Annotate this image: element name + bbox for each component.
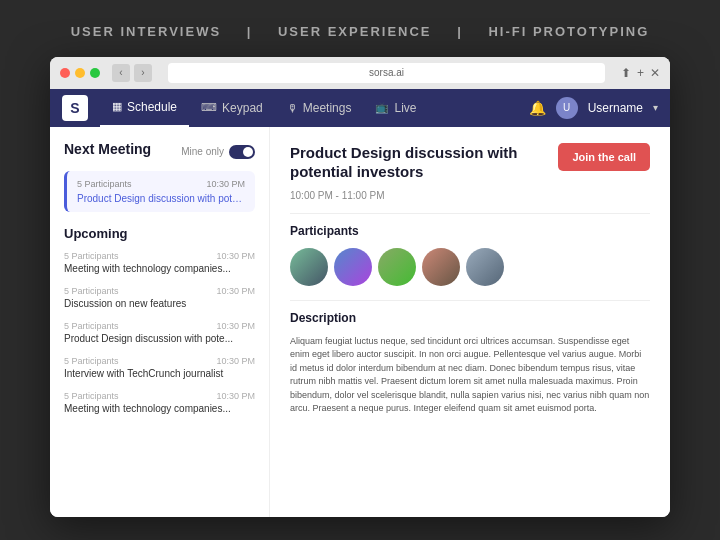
avatar: U <box>556 97 578 119</box>
main-header: Product Design discussion with potential… <box>290 143 650 182</box>
next-meeting-time: 10:30 PM <box>206 179 245 189</box>
up-time-1: 10:30 PM <box>216 286 255 296</box>
app-navbar: S ▦ Schedule ⌨ Keypad 🎙 Meetings 📺 Live … <box>50 89 670 127</box>
forward-button[interactable]: › <box>134 64 152 82</box>
up-name-0: Meeting with technology companies... <box>64 263 255 274</box>
meeting-title: Product Design discussion with potential… <box>290 143 530 182</box>
list-item[interactable]: 5 Participants 10:30 PM Meeting with tec… <box>64 251 255 274</box>
participant-avatar-1 <box>290 248 328 286</box>
up-time-4: 10:30 PM <box>216 391 255 401</box>
list-item[interactable]: 5 Participants 10:30 PM Product Design d… <box>64 321 255 344</box>
browser-controls: ‹ › <box>112 64 152 82</box>
participants-row <box>290 248 650 286</box>
join-call-button[interactable]: Join the call <box>558 143 650 171</box>
up-name-2: Product Design discussion with pote... <box>64 333 255 344</box>
up-participants-4: 5 Participants <box>64 391 119 401</box>
meetings-icon: 🎙 <box>287 102 298 114</box>
up-time-3: 10:30 PM <box>216 356 255 366</box>
divider <box>290 213 650 214</box>
up-participants-0: 5 Participants <box>64 251 119 261</box>
up-name-3: Interview with TechCrunch journalist <box>64 368 255 379</box>
heading-part1: USER INTERVIEWS <box>71 24 221 39</box>
time-range: 10:00 PM - 11:00 PM <box>290 190 650 201</box>
nav-meetings[interactable]: 🎙 Meetings <box>275 89 364 127</box>
chevron-down-icon[interactable]: ▾ <box>653 102 658 113</box>
description-label: Description <box>290 311 650 325</box>
next-meeting-participants: 5 Participants <box>77 179 132 189</box>
minimize-dot[interactable] <box>75 68 85 78</box>
nav-right: 🔔 U Username ▾ <box>529 97 658 119</box>
back-button[interactable]: ‹ <box>112 64 130 82</box>
browser-chrome: ‹ › sorsa.ai ⬆ + ✕ <box>50 57 670 89</box>
mine-only-row: Next Meeting Mine only <box>64 141 255 163</box>
close-tab-icon[interactable]: ✕ <box>650 66 660 80</box>
url-text: sorsa.ai <box>369 67 404 78</box>
mine-only-toggle[interactable] <box>229 145 255 159</box>
nav-schedule-label: Schedule <box>127 100 177 114</box>
participant-avatar-5 <box>466 248 504 286</box>
heading-sep2: | <box>457 24 463 39</box>
up-participants-2: 5 Participants <box>64 321 119 331</box>
up-name-1: Discussion on new features <box>64 298 255 309</box>
up-time-0: 10:30 PM <box>216 251 255 261</box>
nav-keypad-label: Keypad <box>222 101 263 115</box>
live-icon: 📺 <box>375 101 389 114</box>
nav-schedule[interactable]: ▦ Schedule <box>100 89 189 127</box>
schedule-icon: ▦ <box>112 100 122 113</box>
add-tab-icon[interactable]: + <box>637 66 644 80</box>
nav-live[interactable]: 📺 Live <box>363 89 428 127</box>
list-item[interactable]: 5 Participants 10:30 PM Interview with T… <box>64 356 255 379</box>
divider-2 <box>290 300 650 301</box>
username-label: Username <box>588 101 643 115</box>
keypad-icon: ⌨ <box>201 101 217 114</box>
maximize-dot[interactable] <box>90 68 100 78</box>
sidebar: Next Meeting Mine only 5 Participants 10… <box>50 127 270 517</box>
heading-part3: HI-FI PROTOTYPING <box>488 24 649 39</box>
nav-live-label: Live <box>394 101 416 115</box>
participants-label: Participants <box>290 224 650 238</box>
heading-part2: USER EXPERIENCE <box>278 24 432 39</box>
app-body: Next Meeting Mine only 5 Participants 10… <box>50 127 670 517</box>
up-name-4: Meeting with technology companies... <box>64 403 255 414</box>
close-dot[interactable] <box>60 68 70 78</box>
list-item[interactable]: 5 Participants 10:30 PM Discussion on ne… <box>64 286 255 309</box>
list-item[interactable]: 5 Participants 10:30 PM Meeting with tec… <box>64 391 255 414</box>
traffic-lights <box>60 68 100 78</box>
next-meeting-meta: 5 Participants 10:30 PM <box>77 179 245 189</box>
nav-items: ▦ Schedule ⌨ Keypad 🎙 Meetings 📺 Live <box>100 89 529 127</box>
next-meeting-title: Next Meeting <box>64 141 151 157</box>
heading-sep1: | <box>247 24 253 39</box>
app-logo: S <box>62 95 88 121</box>
browser-actions: ⬆ + ✕ <box>621 66 660 80</box>
description-text: Aliquam feugiat luctus neque, sed tincid… <box>290 335 650 416</box>
participant-avatar-3 <box>378 248 416 286</box>
nav-keypad[interactable]: ⌨ Keypad <box>189 89 275 127</box>
upcoming-title: Upcoming <box>64 226 255 241</box>
notification-bell-icon[interactable]: 🔔 <box>529 100 546 116</box>
mine-only-label: Mine only <box>181 146 224 157</box>
browser-window: ‹ › sorsa.ai ⬆ + ✕ S ▦ Schedule ⌨ Keypad <box>50 57 670 517</box>
nav-meetings-label: Meetings <box>303 101 352 115</box>
share-icon[interactable]: ⬆ <box>621 66 631 80</box>
participant-avatar-4 <box>422 248 460 286</box>
next-meeting-card[interactable]: 5 Participants 10:30 PM Product Design d… <box>64 171 255 212</box>
page-heading: USER INTERVIEWS | USER EXPERIENCE | HI-F… <box>61 24 660 39</box>
toggle-knob <box>243 147 253 157</box>
up-participants-1: 5 Participants <box>64 286 119 296</box>
up-time-2: 10:30 PM <box>216 321 255 331</box>
participant-avatar-2 <box>334 248 372 286</box>
address-bar[interactable]: sorsa.ai <box>168 63 605 83</box>
up-participants-3: 5 Participants <box>64 356 119 366</box>
next-meeting-link[interactable]: Product Design discussion with pote... <box>77 193 245 204</box>
main-content: Product Design discussion with potential… <box>270 127 670 517</box>
